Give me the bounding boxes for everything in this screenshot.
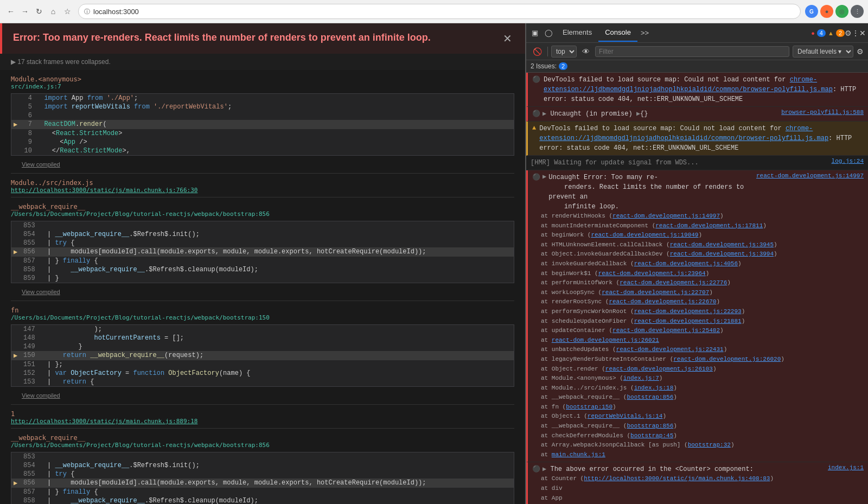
stack-link[interactable]: react-dom.development.js:17811 (655, 222, 763, 229)
console-source[interactable]: log.js:24 (832, 158, 864, 168)
back-button[interactable]: ← (4, 5, 17, 18)
stack-section-1: Module.<anonymous> src/index.js:7 4 impo… (0, 70, 525, 173)
stack-section-5: 1 http://localhost:3000/static/js/main.c… (0, 405, 525, 425)
stack-link[interactable]: react-dom.development.js:4056 (634, 260, 738, 267)
error-entry-container: ⚫ ▶ Uncaught Error: Too many re- renders… (532, 173, 864, 460)
address-bar[interactable]: ⓘ localhost:3000 (78, 4, 801, 19)
code-line: 9 <App /> (11, 138, 514, 146)
collapsed-text: ▶ 17 stack frames were collapsed. (11, 58, 111, 66)
console-settings-button[interactable]: ⚙ (857, 47, 864, 56)
code-line: 147 ); (11, 325, 514, 334)
stack-link[interactable]: react-dom.development.js:22670 (609, 298, 716, 305)
view-compiled-1[interactable]: View compiled (11, 158, 514, 173)
stack-link[interactable]: bootstrap:150 (566, 404, 612, 410)
console-message: ▶ The above error occurred in the <Count… (542, 464, 826, 474)
console-source[interactable]: index.js:1 (828, 464, 864, 474)
code-line: 858 | __webpack_require__.$Refresh$.clea… (11, 496, 514, 504)
code-line: 854 | __webpack_require__.$Refresh$.init… (11, 461, 514, 470)
expand-arrow[interactable]: ▶ (542, 465, 546, 473)
console-output[interactable]: ⚫ DevTools failed to load source map: Co… (526, 73, 868, 504)
code-line-active: ▶150 return __webpack_require__(request)… (11, 351, 514, 360)
reload-button[interactable]: ↻ (33, 5, 46, 18)
issues-count: 2 (559, 62, 567, 70)
stack-link[interactable]: react-dom.development.js:22776 (620, 279, 727, 286)
module-path-4: /Users/bsi/Documents/Project/Blog/tutori… (11, 314, 514, 321)
device-icon[interactable]: ◯ (541, 25, 556, 40)
code-line: 853 (11, 452, 514, 461)
code-line: 149 } (11, 342, 514, 351)
tab-console[interactable]: Console (598, 24, 637, 42)
error-icon: ⚫ (532, 110, 540, 119)
code-line: 857 | } finally { (11, 488, 514, 496)
context-selector[interactable]: top (551, 46, 577, 58)
extension-icon-3[interactable]: ◎ (835, 5, 848, 18)
stack-link[interactable]: main.chunk.js:1 (552, 451, 605, 458)
stack-link[interactable]: react-dom.development.js:23964 (598, 270, 706, 277)
extension-icon-2[interactable]: ● (820, 5, 833, 18)
console-message: DevTools failed to load source map: Coul… (539, 124, 864, 153)
view-compiled-4[interactable]: View compiled (11, 389, 514, 404)
stack-link[interactable]: index.js:7 (623, 375, 659, 381)
issues-label: 2 Issues: (531, 62, 557, 70)
log-levels-selector[interactable]: Default levels ▾ (793, 46, 853, 58)
module-name-1: Module.<anonymous> (11, 75, 514, 83)
error-title: Error: Too many re-renders. React limits… (13, 32, 501, 43)
devtools-more-button[interactable]: ⋮ (852, 29, 859, 37)
stack-link[interactable]: react-dom.development.js:26103 (605, 366, 713, 372)
expand-arrow[interactable]: ▶ (542, 110, 546, 118)
module-path-2: http://localhost:3000/static/js/main.chu… (11, 187, 514, 194)
console-entry: ⚫ ▶ Uncaught Error: Too many re- renders… (526, 170, 868, 462)
tab-elements[interactable]: Elements (556, 24, 598, 42)
stack-link[interactable]: index.js:18 (634, 385, 674, 391)
stack-link[interactable]: bootstrap:45 (630, 432, 673, 439)
expand-arrow[interactable]: ▶ (542, 173, 546, 212)
home-button[interactable]: ⌂ (47, 5, 60, 18)
stack-link[interactable]: bootstrap:856 (627, 423, 673, 429)
more-tabs[interactable]: >> (637, 25, 652, 40)
stack-link[interactable]: react-dom.development.js:26021 (552, 337, 659, 343)
stack-link[interactable]: react-dom.development.js:22707 (602, 289, 709, 296)
source-link[interactable]: chrome-extension://ljdbmomdgdljniojadhop… (539, 125, 828, 142)
stack-link[interactable]: react-dom.development.js:14997 (612, 213, 720, 219)
eye-button[interactable]: 👁 (580, 46, 592, 57)
forward-button[interactable]: → (18, 5, 31, 18)
source-link[interactable]: chrome-extension://ljdbmomdgdljniojadhop… (544, 76, 833, 93)
stack-trace-2: at Counter (http://localhost:3000/static… (532, 474, 864, 503)
code-line-active: ▶7 ReactDOM.render( (11, 120, 514, 129)
stack-link[interactable]: react-dom.development.js:3945 (670, 241, 774, 248)
module-name-6: __webpack_require__ (11, 434, 514, 442)
extension-icon-4[interactable]: ⋮ (851, 5, 864, 18)
stack-link[interactable]: bootstrap:856 (627, 394, 673, 400)
devtools-settings-button[interactable]: ⚙ (845, 29, 852, 37)
stack-link[interactable]: react-dom.development.js:22431 (616, 346, 724, 353)
stack-link[interactable]: react-dom.development.js:19049 (591, 232, 698, 238)
stack-section-2: Module../src/index.js http://localhost:3… (0, 174, 525, 194)
devtools-close-button[interactable]: ✕ (859, 29, 866, 37)
code-line: 859 | } (11, 274, 514, 283)
console-message: DevTools failed to load source map: Coul… (544, 75, 864, 104)
issues-bar: 2 Issues: 2 (526, 60, 868, 73)
close-button[interactable]: ✕ (501, 32, 514, 45)
view-compiled-3[interactable]: View compiled (11, 285, 514, 301)
stack-link[interactable]: http://localhost:3000/static/js/main.chu… (584, 475, 770, 482)
stack-link[interactable]: reportWebVitals.js:14 (588, 413, 663, 419)
collapsed-frames: ▶ 17 stack frames were collapsed. (0, 54, 525, 70)
console-filter-input[interactable] (595, 46, 789, 57)
console-message: Uncaught Error: Too many re- renders. Re… (548, 173, 754, 212)
extension-icon-1[interactable]: G (805, 5, 818, 18)
clear-console-button[interactable]: 🚫 (531, 46, 544, 57)
bookmark-button[interactable]: ☆ (61, 5, 74, 18)
browser-extension-icons: G ● ◎ ⋮ (805, 5, 864, 18)
stack-link[interactable]: react-dom.development.js:26020 (673, 356, 781, 362)
url-text: localhost:3000 (93, 8, 139, 16)
console-source[interactable]: browser-polyfill.js:588 (781, 109, 864, 119)
stack-link[interactable]: bootstrap:32 (688, 442, 731, 448)
devtools-panel: ▣ ◯ Elements Console >> ● 4 ▲ 2 ⚙ ⋮ ✕ 🚫 … (525, 23, 868, 504)
stack-link[interactable]: react-dom.development.js:22293 (634, 308, 742, 315)
stack-link[interactable]: react-dom.development.js:3994 (670, 251, 774, 257)
console-source[interactable]: react-dom.development.js:14997 (756, 173, 864, 212)
stack-link[interactable]: react-dom.development.js:25482 (612, 327, 720, 334)
code-line: 858 | __webpack_require__.$Refresh$.clea… (11, 265, 514, 274)
inspect-icon[interactable]: ▣ (528, 25, 541, 40)
stack-link[interactable]: react-dom.development.js:21881 (634, 318, 742, 324)
